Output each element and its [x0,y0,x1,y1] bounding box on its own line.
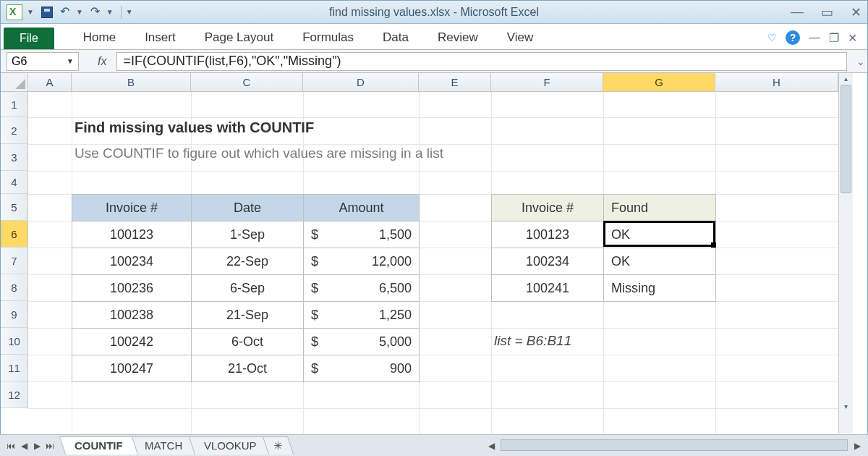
row-header[interactable]: 7 [1,248,28,274]
cell-invoice[interactable]: 100123 [72,221,192,248]
cell-date[interactable]: 21-Sep [192,302,304,329]
new-sheet-button[interactable]: ✳ [263,436,294,455]
file-tab[interactable]: File [4,28,54,49]
hscroll-thumb[interactable] [501,439,848,451]
help-icon[interactable]: ? [786,30,800,45]
tab-review[interactable]: Review [438,30,478,45]
undo-dropdown[interactable]: ▼ [76,8,83,16]
cell-date[interactable]: 6-Sep [192,275,304,302]
column-header[interactable]: G [603,73,715,92]
redo-dropdown[interactable]: ▼ [106,8,114,16]
tab-data[interactable]: Data [383,30,409,45]
table-header: Invoice # [492,195,604,221]
formula-expand[interactable]: ⌄ [854,56,867,67]
cell-invoice[interactable]: 100242 [72,329,192,355]
table-row: 1002426-Oct$5,000 [72,329,420,355]
cell-amount[interactable]: $12,000 [304,248,420,275]
column-header[interactable]: D [303,73,419,92]
save-icon[interactable] [41,7,53,18]
table-row: 100123OK [492,221,716,248]
sheet-tab[interactable]: MATCH [129,436,197,455]
window-title: find missing values.xlsx - Microsoft Exc… [329,6,539,19]
vertical-scrollbar[interactable]: ▴ ▾ [838,73,853,434]
formula-input[interactable]: =IF(COUNTIF(list,F6),"OK","Missing") [116,52,847,71]
minimize-button[interactable]: ― [791,4,804,20]
cell-amount[interactable]: $1,500 [304,221,420,248]
name-box[interactable]: G6 ▼ [7,52,79,71]
undo-icon[interactable]: ↶ [60,7,72,18]
row-header[interactable]: 1 [1,92,28,117]
column-header[interactable]: C [191,73,303,92]
row-header[interactable]: 10 [1,328,28,355]
hscroll-left[interactable]: ◀ [485,439,498,452]
name-box-dropdown[interactable]: ▼ [67,57,74,65]
cell-invoice[interactable]: 100234 [72,248,192,275]
cell-invoice[interactable]: 100241 [492,275,604,302]
cell-amount[interactable]: $900 [304,355,420,382]
qat-customize[interactable]: ▼ [126,8,133,16]
cell-invoice[interactable]: 100123 [492,221,604,248]
app-menu-dropdown[interactable]: ▼ [27,8,34,16]
cell-date[interactable]: 1-Sep [192,221,304,248]
cell-amount[interactable]: $6,500 [304,275,420,302]
tab-insert[interactable]: Insert [145,30,176,45]
mdi-minimize[interactable]: ― [809,31,820,44]
ribbon-tabs: Home Insert Page Layout Formulas Data Re… [83,30,533,49]
cells-area[interactable]: Find missing values with COUNTIF Use COU… [28,92,838,434]
cell-invoice[interactable]: 100236 [72,275,192,302]
cell-invoice[interactable]: 100247 [72,355,192,382]
select-all-corner[interactable] [1,73,28,92]
ribbon-minimize-icon[interactable]: ♡ [767,32,777,43]
row-header[interactable]: 3 [1,144,28,171]
row-header[interactable]: 2 [1,117,28,144]
cell-found[interactable]: Missing [604,275,716,302]
cell-found[interactable]: OK [604,221,716,248]
spreadsheet-grid: ABCDEFGH 123456789101112 Find missing va… [1,73,867,434]
row-header[interactable]: 5 [1,194,28,221]
column-header[interactable]: B [72,73,191,92]
sheet-nav-last[interactable]: ⏭ [43,439,56,452]
table-header: Amount [304,195,420,221]
row-header[interactable]: 8 [1,274,28,301]
row-header[interactable]: 11 [1,355,28,381]
cell-found[interactable]: OK [604,248,716,275]
table-row: 10023821-Sep$1,250 [72,302,420,329]
sheet-nav-prev[interactable]: ◀ [17,439,30,452]
cell-invoice[interactable]: 100234 [492,248,604,275]
horizontal-scrollbar[interactable]: ◀ ▶ [485,439,864,452]
row-header[interactable]: 12 [1,381,28,408]
row-header[interactable]: 9 [1,301,28,328]
column-header[interactable]: F [491,73,603,92]
tab-formulas[interactable]: Formulas [302,30,354,45]
scroll-up-arrow[interactable]: ▴ [839,75,853,83]
tab-home[interactable]: Home [83,30,116,45]
redo-icon[interactable]: ↷ [90,7,102,18]
excel-icon[interactable] [7,4,22,20]
tab-view[interactable]: View [507,30,534,45]
cell-date[interactable]: 21-Oct [192,355,304,382]
sheet-nav-next[interactable]: ▶ [30,439,43,452]
cell-amount[interactable]: $5,000 [304,329,420,355]
cell-invoice[interactable]: 100238 [72,302,192,329]
mdi-restore[interactable]: ❐ [829,31,839,45]
scroll-down-arrow[interactable]: ▾ [839,402,853,410]
hscroll-right[interactable]: ▶ [851,439,864,452]
close-button[interactable]: ✕ [851,4,861,20]
cell-date[interactable]: 6-Oct [192,329,304,355]
sheet-tab[interactable]: VLOOKUP [189,436,272,455]
sheet-title: Find missing values with COUNTIF [75,119,314,136]
cell-date[interactable]: 22-Sep [192,248,304,275]
maximize-button[interactable]: ▭ [821,4,833,20]
column-header[interactable]: H [715,73,838,92]
fx-button[interactable]: fx [98,55,106,68]
cell-amount[interactable]: $1,250 [304,302,420,329]
sheet-nav-first[interactable]: ⏮ [4,439,17,452]
mdi-close[interactable]: ✕ [848,31,857,45]
column-header[interactable]: E [419,73,491,92]
scroll-thumb[interactable] [841,85,851,193]
sheet-tab[interactable]: COUNTIF [59,436,138,455]
row-header[interactable]: 4 [1,171,28,194]
row-header[interactable]: 6 [1,221,28,248]
column-header[interactable]: A [28,73,72,92]
tab-page-layout[interactable]: Page Layout [205,30,273,45]
